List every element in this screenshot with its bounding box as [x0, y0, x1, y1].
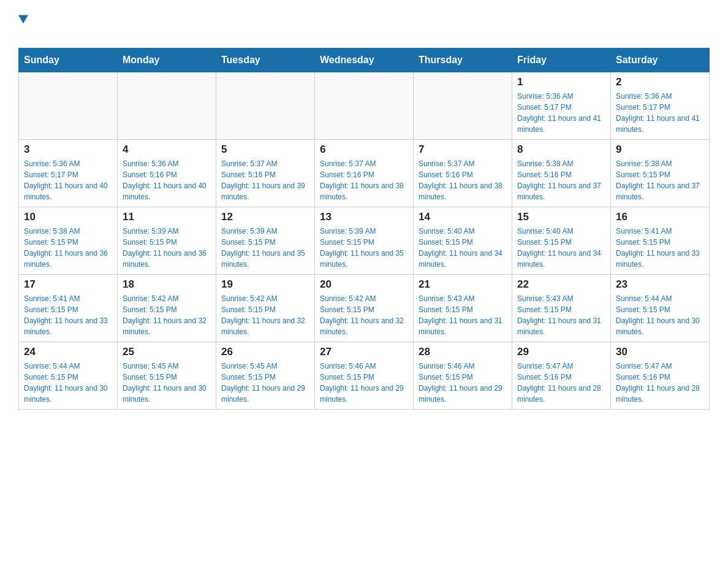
day-number: 4 [123, 144, 211, 156]
day-number: 10 [24, 211, 112, 223]
calendar-cell: 18Sunrise: 5:42 AMSunset: 5:15 PMDayligh… [118, 275, 216, 342]
sun-info: Sunrise: 5:39 AMSunset: 5:15 PMDaylight:… [320, 226, 408, 270]
logo-arrow-icon [18, 11, 31, 24]
day-number: 19 [221, 278, 309, 291]
calendar-cell: 30Sunrise: 5:47 AMSunset: 5:16 PMDayligh… [611, 342, 710, 410]
day-number: 1 [517, 76, 605, 88]
calendar-cell: 11Sunrise: 5:39 AMSunset: 5:15 PMDayligh… [118, 207, 216, 275]
calendar-cell: 8Sunrise: 5:38 AMSunset: 5:16 PMDaylight… [512, 140, 611, 207]
sun-info: Sunrise: 5:45 AMSunset: 5:15 PMDaylight:… [221, 361, 309, 405]
calendar-cell [315, 72, 414, 140]
day-number: 24 [24, 346, 112, 358]
calendar-cell: 26Sunrise: 5:45 AMSunset: 5:15 PMDayligh… [216, 342, 315, 410]
calendar-cell [118, 72, 216, 140]
sun-info: Sunrise: 5:42 AMSunset: 5:15 PMDaylight:… [123, 293, 211, 337]
calendar-cell: 17Sunrise: 5:41 AMSunset: 5:15 PMDayligh… [19, 275, 118, 342]
day-number: 20 [320, 278, 408, 291]
calendar-header-saturday: Saturday [611, 48, 710, 72]
calendar-cell: 25Sunrise: 5:45 AMSunset: 5:15 PMDayligh… [118, 342, 216, 410]
calendar-header-thursday: Thursday [414, 48, 512, 72]
calendar-header-row: SundayMondayTuesdayWednesdayThursdayFrid… [19, 48, 710, 72]
sun-info: Sunrise: 5:45 AMSunset: 5:15 PMDaylight:… [123, 361, 211, 405]
day-number: 2 [616, 76, 704, 88]
week-row-3: 17Sunrise: 5:41 AMSunset: 5:15 PMDayligh… [19, 275, 710, 342]
sun-info: Sunrise: 5:41 AMSunset: 5:15 PMDaylight:… [24, 293, 112, 337]
day-number: 18 [123, 278, 211, 291]
sun-info: Sunrise: 5:39 AMSunset: 5:15 PMDaylight:… [123, 226, 211, 270]
calendar-header-wednesday: Wednesday [315, 48, 414, 72]
day-number: 11 [123, 211, 211, 223]
sun-info: Sunrise: 5:44 AMSunset: 5:15 PMDaylight:… [24, 361, 112, 405]
sun-info: Sunrise: 5:37 AMSunset: 5:16 PMDaylight:… [221, 158, 309, 202]
calendar-table: SundayMondayTuesdayWednesdayThursdayFrid… [18, 48, 710, 410]
calendar-cell: 10Sunrise: 5:38 AMSunset: 5:15 PMDayligh… [19, 207, 118, 275]
day-number: 15 [517, 211, 605, 223]
sun-info: Sunrise: 5:47 AMSunset: 5:16 PMDaylight:… [616, 361, 704, 405]
calendar-cell: 3Sunrise: 5:36 AMSunset: 5:17 PMDaylight… [19, 140, 118, 207]
sun-info: Sunrise: 5:42 AMSunset: 5:15 PMDaylight:… [221, 293, 309, 337]
day-number: 5 [221, 144, 309, 156]
calendar-cell: 15Sunrise: 5:40 AMSunset: 5:15 PMDayligh… [512, 207, 611, 275]
sun-info: Sunrise: 5:42 AMSunset: 5:15 PMDaylight:… [320, 293, 408, 337]
day-number: 25 [123, 346, 211, 358]
calendar-cell: 29Sunrise: 5:47 AMSunset: 5:16 PMDayligh… [512, 342, 611, 410]
day-number: 21 [419, 278, 507, 291]
day-number: 14 [419, 211, 507, 223]
calendar-cell: 21Sunrise: 5:43 AMSunset: 5:15 PMDayligh… [414, 275, 512, 342]
sun-info: Sunrise: 5:37 AMSunset: 5:16 PMDaylight:… [320, 158, 408, 202]
sun-info: Sunrise: 5:40 AMSunset: 5:15 PMDaylight:… [517, 226, 605, 270]
week-row-4: 24Sunrise: 5:44 AMSunset: 5:15 PMDayligh… [19, 342, 710, 410]
calendar-header-monday: Monday [118, 48, 216, 72]
sun-info: Sunrise: 5:36 AMSunset: 5:17 PMDaylight:… [24, 158, 112, 202]
calendar-cell: 13Sunrise: 5:39 AMSunset: 5:15 PMDayligh… [315, 207, 414, 275]
day-number: 30 [616, 346, 704, 358]
calendar-cell: 5Sunrise: 5:37 AMSunset: 5:16 PMDaylight… [216, 140, 315, 207]
week-row-0: 1Sunrise: 5:36 AMSunset: 5:17 PMDaylight… [19, 72, 710, 140]
calendar-cell: 16Sunrise: 5:41 AMSunset: 5:15 PMDayligh… [611, 207, 710, 275]
page-header [18, 12, 710, 42]
calendar-cell: 9Sunrise: 5:38 AMSunset: 5:15 PMDaylight… [611, 140, 710, 207]
sun-info: Sunrise: 5:47 AMSunset: 5:16 PMDaylight:… [517, 361, 605, 405]
logo [18, 12, 29, 42]
sun-info: Sunrise: 5:41 AMSunset: 5:15 PMDaylight:… [616, 226, 704, 270]
calendar-header-friday: Friday [512, 48, 611, 72]
day-number: 3 [24, 144, 112, 156]
calendar-cell: 19Sunrise: 5:42 AMSunset: 5:15 PMDayligh… [216, 275, 315, 342]
day-number: 23 [616, 278, 704, 291]
day-number: 28 [419, 346, 507, 358]
day-number: 12 [221, 211, 309, 223]
calendar-cell [216, 72, 315, 140]
sun-info: Sunrise: 5:37 AMSunset: 5:16 PMDaylight:… [419, 158, 507, 202]
calendar-cell: 27Sunrise: 5:46 AMSunset: 5:15 PMDayligh… [315, 342, 414, 410]
day-number: 6 [320, 144, 408, 156]
day-number: 13 [320, 211, 408, 223]
day-number: 8 [517, 144, 605, 156]
week-row-2: 10Sunrise: 5:38 AMSunset: 5:15 PMDayligh… [19, 207, 710, 275]
day-number: 27 [320, 346, 408, 358]
calendar-cell [19, 72, 118, 140]
day-number: 22 [517, 278, 605, 291]
calendar-header-sunday: Sunday [19, 48, 118, 72]
day-number: 7 [419, 144, 507, 156]
sun-info: Sunrise: 5:44 AMSunset: 5:15 PMDaylight:… [616, 293, 704, 337]
sun-info: Sunrise: 5:46 AMSunset: 5:15 PMDaylight:… [419, 361, 507, 405]
sun-info: Sunrise: 5:39 AMSunset: 5:15 PMDaylight:… [221, 226, 309, 270]
day-number: 9 [616, 144, 704, 156]
calendar-cell: 2Sunrise: 5:36 AMSunset: 5:17 PMDaylight… [611, 72, 710, 140]
calendar-cell: 1Sunrise: 5:36 AMSunset: 5:17 PMDaylight… [512, 72, 611, 140]
calendar-cell: 28Sunrise: 5:46 AMSunset: 5:15 PMDayligh… [414, 342, 512, 410]
sun-info: Sunrise: 5:38 AMSunset: 5:15 PMDaylight:… [616, 158, 704, 202]
day-number: 16 [616, 211, 704, 223]
calendar-cell: 12Sunrise: 5:39 AMSunset: 5:15 PMDayligh… [216, 207, 315, 275]
sun-info: Sunrise: 5:43 AMSunset: 5:15 PMDaylight:… [517, 293, 605, 337]
calendar-cell: 7Sunrise: 5:37 AMSunset: 5:16 PMDaylight… [414, 140, 512, 207]
calendar-cell: 24Sunrise: 5:44 AMSunset: 5:15 PMDayligh… [19, 342, 118, 410]
sun-info: Sunrise: 5:46 AMSunset: 5:15 PMDaylight:… [320, 361, 408, 405]
calendar-cell: 14Sunrise: 5:40 AMSunset: 5:15 PMDayligh… [414, 207, 512, 275]
sun-info: Sunrise: 5:40 AMSunset: 5:15 PMDaylight:… [419, 226, 507, 270]
calendar-cell: 23Sunrise: 5:44 AMSunset: 5:15 PMDayligh… [611, 275, 710, 342]
sun-info: Sunrise: 5:43 AMSunset: 5:15 PMDaylight:… [419, 293, 507, 337]
sun-info: Sunrise: 5:36 AMSunset: 5:17 PMDaylight:… [517, 91, 605, 135]
day-number: 17 [24, 278, 112, 291]
week-row-1: 3Sunrise: 5:36 AMSunset: 5:17 PMDaylight… [19, 140, 710, 207]
